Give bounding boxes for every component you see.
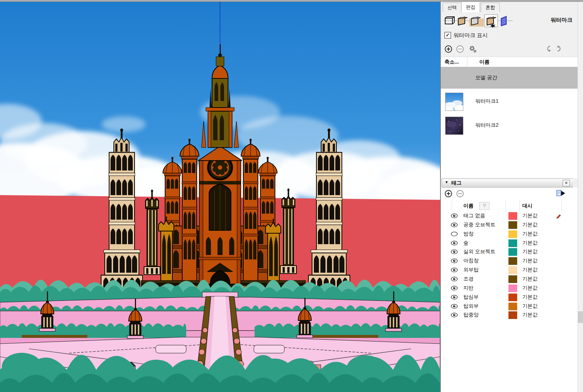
remove-tag-button[interactable] (456, 190, 464, 198)
eye-visible-icon[interactable] (451, 249, 458, 255)
tag-dash-value[interactable]: 기본값 (522, 285, 538, 291)
tag-color-swatch[interactable] (508, 239, 517, 247)
tag-dash-value[interactable]: 기본값 (522, 312, 538, 318)
column-name[interactable]: 이름 (479, 59, 490, 65)
show-watermark-checkbox[interactable]: ✓ (444, 32, 451, 39)
eye-visible-icon[interactable] (451, 213, 458, 219)
tag-name[interactable]: 조경 (463, 276, 474, 282)
tag-name[interactable]: 지반 (463, 285, 474, 291)
modeling-settings-icon[interactable] (501, 16, 506, 26)
terrain-model[interactable] (0, 280, 440, 392)
watermark-row-2[interactable]: 워터마크2 (441, 116, 578, 139)
tags-column-dash[interactable]: 대시 (522, 203, 532, 209)
tag-name[interactable]: 밤창 (463, 231, 474, 237)
model-space-label: 모델 공간 (475, 74, 497, 81)
tag-color-swatch[interactable] (508, 284, 517, 292)
tag-name[interactable]: 외부탑 (463, 267, 479, 273)
tag-dash-value[interactable]: 기본값 (522, 276, 538, 282)
model-space-row[interactable]: 모델 공간 (441, 67, 578, 89)
tag-name[interactable]: 공중 오브젝트 (463, 222, 495, 228)
tag-color-swatch[interactable] (508, 294, 517, 301)
background-settings-icon[interactable] (469, 17, 484, 27)
tag-row[interactable]: 조경기본값 (441, 275, 578, 284)
tag-row[interactable]: 지반기본값 (441, 284, 578, 293)
eye-visible-icon[interactable] (451, 276, 458, 283)
tag-name[interactable]: 탑심부 (463, 294, 479, 300)
tag-name[interactable]: 탑외부 (463, 303, 479, 310)
tag-row[interactable]: 숲기본값 (441, 239, 578, 248)
tag-name[interactable]: 아침창 (463, 258, 479, 264)
model-viewport[interactable] (0, 1, 441, 392)
eye-visible-icon[interactable] (451, 304, 458, 310)
tab-mix[interactable]: 혼합 (481, 3, 500, 12)
tag-row[interactable]: 탑외부기본값 (441, 302, 578, 311)
tag-dash-value[interactable]: 기본값 (522, 231, 538, 237)
add-watermark-button[interactable] (444, 45, 452, 53)
watermark-controls (441, 42, 578, 57)
eye-visible-icon[interactable] (451, 222, 458, 229)
tag-dash-value[interactable]: 기본값 (522, 222, 538, 228)
panel-scrollbar[interactable] (578, 1, 583, 392)
eye-visible-icon[interactable] (451, 267, 458, 274)
tag-row[interactable]: 아침창기본값 (441, 256, 578, 266)
tag-dash-value[interactable]: 기본값 (522, 213, 538, 219)
eye-visible-icon[interactable] (451, 241, 458, 247)
tag-details-icon[interactable] (556, 190, 566, 197)
name-filter-icon[interactable]: ▽ (479, 202, 490, 210)
edge-settings-icon[interactable] (445, 17, 454, 24)
face-settings-icon[interactable] (458, 17, 467, 25)
watermark-settings-gear-icon[interactable] (468, 45, 477, 54)
eye-visible-icon[interactable] (451, 312, 458, 319)
tags-toolbar (441, 187, 578, 201)
tag-row[interactable]: 밤창기본값 (441, 230, 578, 239)
eye-hidden-icon[interactable] (451, 231, 458, 238)
add-tag-button[interactable] (444, 190, 452, 198)
tag-row[interactable]: 공중 오브젝트기본값 (441, 221, 578, 230)
tag-color-swatch[interactable] (508, 230, 517, 238)
tab-edit[interactable]: 편집 (461, 1, 480, 12)
tag-color-swatch[interactable] (508, 266, 517, 274)
watermark1-thumbnail[interactable] (445, 93, 463, 111)
tag-color-swatch[interactable] (508, 221, 517, 229)
tag-dash-value[interactable]: 기본값 (522, 240, 538, 246)
tag-dash-value[interactable]: 기본값 (522, 248, 538, 255)
tag-color-swatch[interactable] (508, 303, 517, 310)
tag-row[interactable]: 외부탑기본값 (441, 266, 578, 275)
column-thumb[interactable]: 축소... (444, 59, 459, 65)
tag-row[interactable]: 태그 없음기본값 (441, 211, 578, 221)
move-watermark-up-icon[interactable] (556, 45, 562, 52)
tag-color-swatch[interactable] (508, 212, 517, 220)
tags-panel-title: 태그 (451, 180, 462, 186)
tag-row[interactable]: 탑심부기본값 (441, 293, 578, 302)
eye-visible-icon[interactable] (451, 295, 458, 301)
watermark-row-1[interactable]: 워터마크1 (441, 92, 578, 115)
tags-list-header: 이름 ▽ 대시 (441, 201, 578, 212)
tag-color-swatch[interactable] (508, 248, 517, 256)
tag-dash-value[interactable]: 기본값 (522, 258, 538, 264)
tags-close-button[interactable]: ✕ (563, 180, 570, 186)
tags-column-name[interactable]: 이름 (463, 203, 474, 209)
pencil-edit-icon[interactable] (556, 213, 562, 220)
move-watermark-down-icon[interactable] (546, 45, 552, 52)
tag-name[interactable]: 실외 오브젝트 (463, 248, 495, 255)
tags-panel-header[interactable]: ▼ 태그 ✕ (442, 178, 574, 187)
scrollbar-thumb[interactable] (578, 311, 583, 323)
tag-row[interactable]: 실외 오브젝트기본값 (441, 247, 578, 256)
tag-color-swatch[interactable] (508, 257, 517, 265)
tag-color-swatch[interactable] (508, 311, 517, 319)
tag-name[interactable]: 숲 (463, 240, 468, 246)
eye-visible-icon[interactable] (451, 258, 458, 264)
watermark-settings-icon[interactable] (484, 15, 498, 28)
tag-row[interactable]: 탑중앙기본값 (441, 311, 578, 320)
tag-dash-value[interactable]: 기본값 (522, 303, 538, 310)
tag-name[interactable]: 탑중앙 (463, 312, 479, 318)
eye-visible-icon[interactable] (451, 286, 458, 292)
tag-color-swatch[interactable] (508, 275, 517, 283)
tag-dash-value[interactable]: 기본값 (522, 267, 538, 273)
tag-name[interactable]: 태그 없음 (463, 213, 485, 219)
tab-select[interactable]: 선택 (443, 3, 462, 12)
collapse-triangle-icon[interactable]: ▼ (445, 180, 448, 184)
tag-dash-value[interactable]: 기본값 (522, 294, 538, 300)
remove-watermark-button[interactable] (456, 45, 464, 53)
watermark2-thumbnail[interactable] (445, 117, 463, 135)
